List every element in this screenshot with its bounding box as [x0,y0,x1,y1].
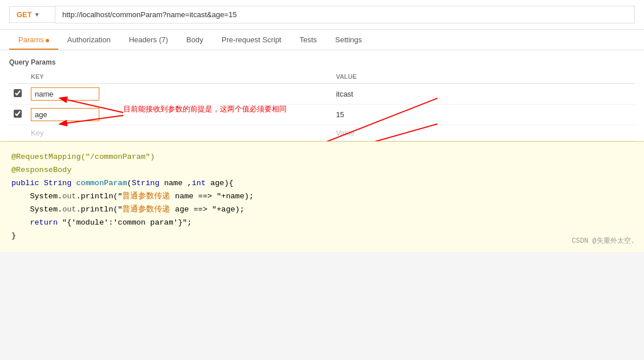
code-line-6: return "{'module':'common param'}"; [11,217,633,230]
tabs-row: Params Authorization Headers (7) Body Pr… [0,30,644,50]
col-checkbox-header [9,70,26,84]
empty-value-placeholder: Value [336,129,354,137]
params-section: Query Params KEY VALUE [0,50,644,141]
row2-key-input[interactable] [31,108,99,121]
row1-key-cell [26,84,331,105]
tab-headers[interactable]: Headers (7) [120,30,178,50]
tab-params[interactable]: Params [9,30,58,50]
code-line-1: @RequestMapping("/commonParam") [11,151,633,164]
footer-credit: CSDN @失重外太空. [572,235,635,247]
tab-body[interactable]: Body [177,30,212,50]
top-section: GET ▼ Params Authorization Headers (7) B… [0,0,644,141]
empty-key-cell: Key [26,125,331,141]
row2-value: 15 [336,110,344,119]
tab-tests[interactable]: Tests [291,30,326,50]
url-input[interactable] [55,6,635,23]
col-key-header: KEY [26,70,331,84]
method-chevron: ▼ [34,11,40,18]
empty-value-cell: Value [331,125,635,141]
code-line-7: } [11,230,633,243]
tab-authorization[interactable]: Authorization [58,30,120,50]
row1-value: itcast [336,90,353,98]
url-bar: GET ▼ [0,0,644,30]
tab-settings[interactable]: Settings [326,30,371,50]
table-row: itcast [9,84,635,105]
row1-value-cell: itcast [331,84,635,105]
checkbox-cell-2 [9,105,26,125]
checkbox-cell-1 [9,84,26,105]
row2-checkbox[interactable] [14,110,22,118]
row2-value-cell: 15 [331,105,635,125]
params-area: KEY VALUE [9,70,635,141]
params-dot [46,39,49,42]
params-table: KEY VALUE [9,70,635,141]
table-row: 15 [9,105,635,125]
empty-checkbox-cell [9,125,26,141]
empty-key-placeholder: Key [31,129,43,137]
col-value-header: VALUE [331,70,635,84]
main-container: GET ▼ Params Authorization Headers (7) B… [0,0,644,360]
code-line-4: System.out.println("普通参数传递 name ==> "+na… [11,190,633,203]
code-section: @RequestMapping("/commonParam") @Respons… [0,141,644,252]
table-row-empty: Key Value [9,125,635,141]
tab-prerequest[interactable]: Pre-request Script [212,30,291,50]
code-line-3: public String commonParam(String name ,i… [11,177,633,190]
row1-key-input[interactable] [31,87,99,101]
query-params-label: Query Params [9,55,635,70]
row1-checkbox[interactable] [14,89,22,97]
code-line-2: @ResponseBody [11,164,633,177]
method-label: GET [17,10,32,19]
method-selector[interactable]: GET ▼ [9,6,55,23]
annotation-text: 目前能接收到参数的前提是，这两个值必须要相同 [123,104,287,114]
code-line-5: System.out.println("普通参数传递 age ==> "+age… [11,203,633,217]
